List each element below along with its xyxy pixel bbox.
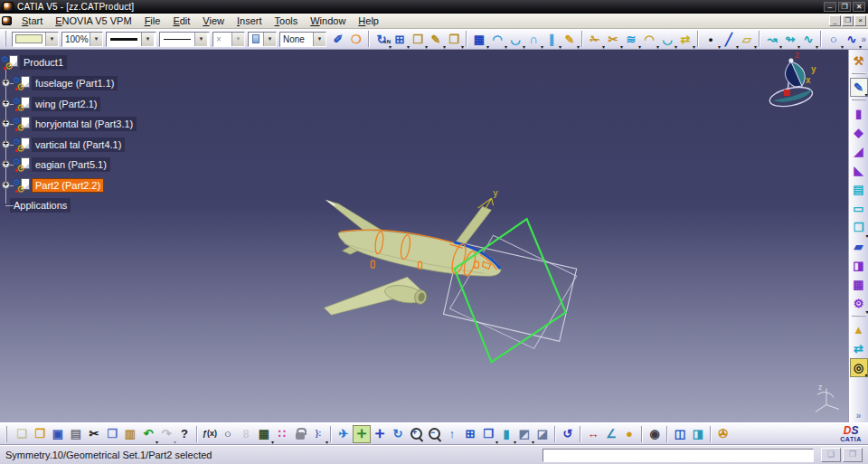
zoom-in-button[interactable]: + bbox=[407, 425, 425, 443]
redo-button[interactable]: ↷▾ bbox=[157, 425, 175, 443]
shell-button[interactable]: ▤ bbox=[850, 180, 868, 199]
menu-help[interactable]: Help bbox=[352, 14, 385, 27]
plane-button[interactable]: ▱▾ bbox=[738, 30, 756, 48]
fly-mode-button[interactable]: ✈ bbox=[335, 425, 353, 443]
clipboard-button[interactable]: ❒▾ bbox=[409, 30, 427, 48]
close-button[interactable]: ✕ bbox=[853, 2, 865, 12]
hole-button[interactable]: ◎▾ bbox=[850, 358, 868, 377]
pocket-button[interactable]: ◢ bbox=[850, 142, 868, 161]
pan-button[interactable]: ✛ bbox=[371, 425, 389, 443]
measure-between-button[interactable]: ↔ bbox=[584, 425, 602, 443]
paste-multiple-xn-button[interactable]: ↻xN▾ bbox=[373, 30, 391, 48]
rule-editor-button[interactable]: }:▾ bbox=[309, 425, 327, 443]
pad-button[interactable]: ▮ bbox=[850, 104, 868, 123]
tree-item-eagian-part5-1-[interactable]: +⚙⚙eagian (Part5.1) bbox=[0, 156, 110, 173]
tree-expander[interactable]: + bbox=[2, 119, 10, 128]
painter-button[interactable]: ✐ bbox=[329, 30, 347, 48]
new-document-button[interactable]: ❏ bbox=[13, 425, 31, 443]
tree-item-horyjontal-tal-part3-1-[interactable]: +⚙⚙horyjontal tal (Part3.1) bbox=[0, 116, 137, 132]
chevron-down-icon[interactable]: ▾ bbox=[859, 44, 862, 50]
tree-item-label[interactable]: eagian (Part5.1) bbox=[32, 157, 110, 172]
boolean-operation-button[interactable]: ❒▾ bbox=[850, 218, 868, 237]
menu-insert[interactable]: Insert bbox=[231, 14, 269, 27]
join-button[interactable]: ✁▾ bbox=[586, 30, 604, 48]
child-restore-button[interactable]: ❐ bbox=[842, 15, 854, 26]
tree-expander[interactable]: + bbox=[2, 160, 10, 168]
chevron-down-icon[interactable]: ▾ bbox=[326, 440, 328, 445]
menu-tools[interactable]: Tools bbox=[269, 14, 305, 27]
chevron-down-icon[interactable]: ▼ bbox=[194, 33, 207, 46]
undo-button[interactable]: ↶▾ bbox=[139, 425, 157, 443]
turntable-button[interactable]: ↺ bbox=[559, 425, 577, 443]
toolbar-grip[interactable] bbox=[5, 426, 10, 442]
tree-item-applications[interactable]: Applications bbox=[0, 197, 71, 213]
chevron-down-icon[interactable]: ▼ bbox=[45, 33, 58, 46]
toolbar-overflow-chevron[interactable]: » bbox=[861, 34, 866, 44]
open-button[interactable]: ❐ bbox=[31, 425, 49, 443]
boundary-button[interactable]: ◠▾ bbox=[640, 30, 658, 48]
line-weight-combo[interactable]: ▼ bbox=[106, 32, 156, 47]
tree-item-label[interactable]: vartical tal (Part4.1) bbox=[32, 137, 125, 152]
menu-file[interactable]: File bbox=[138, 14, 167, 27]
tree-item-label[interactable]: Part2 (Part2.2) bbox=[32, 178, 104, 193]
opacity-combo[interactable]: 100% ▼ bbox=[61, 32, 103, 47]
chevron-down-icon[interactable]: ▾ bbox=[864, 92, 867, 98]
toolbar-grip[interactable] bbox=[852, 72, 866, 76]
tree-item-label[interactable]: horyjontal tal (Part3.1) bbox=[32, 117, 137, 131]
toolbar-grip[interactable] bbox=[852, 99, 866, 102]
tree-item-label[interactable]: wing (Part2.1) bbox=[32, 97, 100, 111]
formula-button[interactable]: ƒ(x) bbox=[201, 425, 219, 443]
sew-surface-button[interactable]: ▦ bbox=[850, 275, 868, 294]
sketcher-button[interactable]: ✎▾ bbox=[850, 78, 868, 97]
chevron-down-icon[interactable]: ▼ bbox=[231, 33, 244, 46]
line-type-combo[interactable]: ▼ bbox=[159, 32, 210, 47]
tree-item-fuselage-part1-1-[interactable]: +⚙⚙fuselage (Part1.1) bbox=[0, 75, 118, 91]
grid-button[interactable]: ⊞▾ bbox=[391, 30, 409, 48]
fit-all-in-button[interactable]: ✛ bbox=[353, 425, 371, 443]
paste-button[interactable]: ▥ bbox=[121, 425, 139, 443]
compass[interactable]: z y x bbox=[768, 50, 816, 109]
instant-snapshot-button[interactable]: ◉ bbox=[646, 425, 664, 443]
wizard-button[interactable]: ❍ bbox=[347, 30, 365, 48]
line-button[interactable]: ╱▾ bbox=[720, 30, 738, 48]
design-table-button[interactable]: ▦▾ bbox=[255, 425, 273, 443]
chevron-down-icon[interactable]: ▼ bbox=[263, 33, 276, 46]
maximize-button[interactable]: ❐ bbox=[838, 2, 851, 12]
tree-item-part2-part2-2-[interactable]: +⚙⚙Part2 (Part2.2) bbox=[0, 177, 104, 194]
view-mode-shading-button[interactable]: ◩▾ bbox=[515, 425, 533, 443]
right-toolbar-overflow-chevron[interactable]: » bbox=[856, 411, 862, 421]
menu-view[interactable]: View bbox=[196, 14, 231, 27]
aircraft-model[interactable]: y bbox=[324, 188, 501, 315]
fill-color-combo[interactable]: ▼ bbox=[12, 32, 59, 47]
whats-this-button[interactable]: ? bbox=[175, 425, 193, 443]
exit-workbench-button[interactable]: ⚒ bbox=[850, 52, 868, 71]
tree-item-vartical-tal-part4-1-[interactable]: +⚙⚙vartical tal (Part4.1) bbox=[0, 137, 125, 153]
viewport-3d[interactable]: y z y x bbox=[0, 50, 848, 422]
transformations-button[interactable]: ⚙▾ bbox=[850, 294, 868, 313]
loft-surface-button[interactable]: ∩▾ bbox=[524, 30, 542, 48]
tree-expander[interactable]: + bbox=[2, 140, 10, 148]
rotate-button[interactable]: ↻ bbox=[389, 425, 407, 443]
compass-base-handle[interactable] bbox=[784, 90, 790, 96]
tree-item-label[interactable]: Applications bbox=[10, 198, 71, 213]
knowledge-link-button[interactable]: 8 bbox=[237, 425, 255, 443]
sweep-surface-button[interactable]: ◠▾ bbox=[488, 30, 506, 48]
trim-button[interactable]: ≋▾ bbox=[622, 30, 640, 48]
extract-button[interactable]: ◡▾ bbox=[658, 30, 676, 48]
minimize-button[interactable]: – bbox=[824, 2, 836, 12]
tree-expander[interactable]: + bbox=[2, 99, 10, 108]
mirror-button[interactable]: ⇄ bbox=[850, 339, 868, 358]
menu-enovia-v5-vpm[interactable]: ENOVIA V5 VPM bbox=[49, 14, 137, 27]
child-close-button[interactable]: × bbox=[854, 15, 866, 26]
spline-button[interactable]: ∿▾ bbox=[843, 30, 861, 48]
point-symbol-combo[interactable]: × ▼ bbox=[212, 32, 245, 47]
drafted-filleted-pad-button[interactable]: ◆ bbox=[850, 123, 868, 142]
comment-button[interactable]: ○ bbox=[219, 425, 237, 443]
chevron-down-icon[interactable]: ▾ bbox=[864, 373, 867, 378]
chevron-down-icon[interactable]: ▼ bbox=[313, 33, 326, 46]
catalog-browser-button[interactable]: ❐▾ bbox=[445, 30, 463, 48]
dialog-toggle-button[interactable]: ❏ bbox=[821, 448, 841, 462]
tree-item-wing-part2-1-[interactable]: +⚙⚙wing (Part2.1) bbox=[0, 96, 100, 112]
symmetry-plane[interactable] bbox=[455, 219, 566, 362]
menu-edit[interactable]: Edit bbox=[166, 14, 196, 27]
